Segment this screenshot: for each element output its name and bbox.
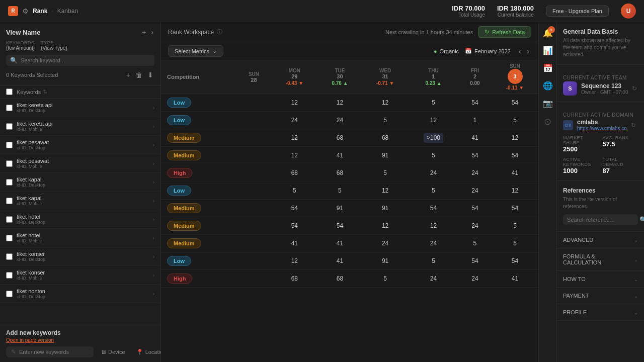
team-sub: Owner · GMT +07:00 [581,89,628,95]
day-name: SUN [510,63,520,69]
refresh-data-button[interactable]: ↻ Refresh Data [478,26,531,38]
rank-cell: 12 [362,94,409,112]
accordion-header[interactable]: ADVANCED ⌄ [557,232,644,248]
settings-icon[interactable]: ⚙ [22,7,29,15]
keyword-row[interactable]: tiket hotel id-ID, Desktop › [0,210,160,229]
keyword-expand-icon[interactable]: › [153,124,154,129]
keyword-checkbox[interactable] [6,142,13,148]
table-row[interactable]: Low551252412 [161,182,538,200]
add-selected-button[interactable]: + [125,70,131,80]
add-view-button[interactable]: + [141,27,147,37]
keyword-row[interactable]: tiket pesawat id-ID, Desktop › [0,136,160,154]
references-search-input[interactable] [567,217,636,223]
keyword-checkbox[interactable] [6,253,13,260]
table-row[interactable]: Medium54541212245 [161,217,538,235]
view-name-actions: + › [141,27,154,37]
keyword-expand-icon[interactable]: › [153,142,154,148]
table-row[interactable]: Medium126868>1004112 [161,129,538,147]
keyword-checkbox[interactable] [6,235,13,241]
workspace-text: Rank Workspace [168,29,214,36]
device-button[interactable]: 🖥 Device [97,347,129,357]
team-refresh-icon[interactable]: ↻ [632,85,637,92]
table-row[interactable]: Low242451215 [161,112,538,129]
delta-value: 0.76 ▲ [332,80,348,86]
calendar-side-icon[interactable]: 📅 [543,63,553,73]
data-table-wrapper: Competition SUN 28 MON 29 -0.43 ▼ TUE 30… [161,60,538,362]
upgrade-button[interactable]: Free · Upgrade Plan [546,6,609,17]
workspace-label: Rank Workspace ⓘ [168,28,222,36]
nav-right-button[interactable]: › [150,27,154,37]
download-selected-button[interactable]: ⬇ [146,70,154,80]
domain-url[interactable]: https://www.cmlabs.co [577,126,627,131]
rank-cell: 12 [271,94,318,112]
keyword-expand-icon[interactable]: › [153,179,154,185]
accordion-header[interactable]: HOW TO ⌄ [557,271,644,287]
keyword-row[interactable]: tiket kereta api id-ID, Desktop › [0,99,160,117]
keyword-checkbox[interactable] [6,160,13,167]
table-row[interactable]: High68685242441 [161,164,538,182]
rank-cell: 5 [271,182,318,200]
day-header: SUN 3 -0.11 ▼ [492,60,538,94]
table-row[interactable]: Low12419155454 [161,252,538,270]
keyword-expand-icon[interactable]: › [153,105,154,111]
rank-cell: 68 [362,129,409,147]
organic-button[interactable]: ● Organic [434,48,459,54]
search-input[interactable] [21,57,150,63]
keyword-row[interactable]: tiket kereta api id-ID, Mobile › [0,117,160,136]
accordion-header[interactable]: PROFILE ⌄ [557,304,644,320]
analytics-icon[interactable]: 📊 [543,46,553,55]
accordion-item: PAYMENT ⌄ [557,288,644,304]
accordion-header[interactable]: PAYMENT ⌄ [557,288,644,304]
domain-icon[interactable]: 🌐 [543,81,553,90]
accordion-arrow-icon: ⌄ [634,237,638,243]
domain-name: cmlabs [577,119,627,126]
keyword-row[interactable]: tiket hotel id-ID, Mobile › [0,229,160,247]
keyword-row[interactable]: tiket konser id-ID, Mobile › [0,266,160,285]
accordion-header[interactable]: FORMULA & CALCULATION ⌄ [557,248,644,270]
keyword-checkbox[interactable] [6,198,13,204]
keyword-row[interactable]: tiket nonton id-ID, Desktop › [0,285,160,303]
rank-cell: 24 [362,235,409,252]
toggle-icon[interactable]: ⊙ [544,116,551,127]
accordion-label: HOW TO [563,276,586,282]
keyword-expand-icon[interactable]: › [153,254,154,259]
keyword-checkbox[interactable] [6,123,13,130]
next-date-button[interactable]: › [525,46,531,56]
notification-icon[interactable]: 🔔 9 [543,28,553,38]
table-row[interactable]: Low12121255454 [161,94,538,112]
rank-cell: 5 [318,182,362,200]
selected-row: 0 Keywords Selected + 🗑 ⬇ [6,70,154,82]
keyword-expand-icon[interactable]: › [153,198,154,204]
keyword-checkbox[interactable] [6,216,13,223]
select-all-checkbox[interactable] [6,88,13,95]
table-row[interactable]: Medium549191545454 [161,200,538,217]
delete-selected-button[interactable]: 🗑 [134,70,143,80]
competition-badge: High [167,168,192,178]
keyword-row[interactable]: tiket pesawat id-ID, Mobile › [0,154,160,173]
rank-cell: 41 [271,235,318,252]
keyword-expand-icon[interactable]: › [153,291,154,297]
prev-date-button[interactable]: ‹ [517,46,523,56]
open-page-version-link[interactable]: Open in page version [6,337,154,343]
keyword-row[interactable]: tiket konser id-ID, Desktop › [0,247,160,266]
keyword-expand-icon[interactable]: › [153,273,154,278]
keyword-row[interactable]: tiket kapal id-ID, Mobile › [0,192,160,210]
keyword-expand-icon[interactable]: › [153,161,154,166]
table-row[interactable]: Medium4141242455 [161,235,538,252]
rank-cell: 54 [492,94,538,112]
location-icon: 📍 [136,349,143,355]
keyword-checkbox[interactable] [6,272,13,279]
domain-refresh-icon[interactable]: ↻ [631,122,636,129]
table-row[interactable]: High68685242441 [161,270,538,288]
keyword-checkbox[interactable] [6,291,13,297]
table-row[interactable]: Medium12419155454 [161,147,538,164]
keyword-checkbox[interactable] [6,179,13,186]
keyword-checkbox[interactable] [6,105,13,111]
keyword-expand-icon[interactable]: › [153,235,154,241]
select-metrics-button[interactable]: Select Metrics ⌄ [168,45,223,57]
date-button[interactable]: 📅 February 2022 [465,48,511,54]
keyword-row[interactable]: tiket kapal id-ID, Desktop › [0,173,160,192]
enter-keywords-input[interactable] [19,349,89,355]
keyword-expand-icon[interactable]: › [153,217,154,222]
camera-icon[interactable]: 📷 [543,99,553,108]
